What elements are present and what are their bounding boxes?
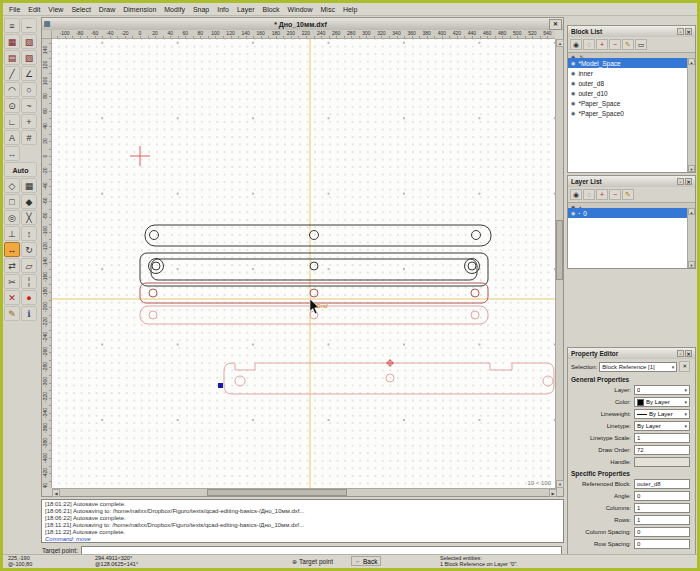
hide-all-blocks-button[interactable]: ◌: [583, 39, 595, 50]
list-item-outer-d8[interactable]: ◉outer_d8: [568, 78, 687, 88]
remove-block-button[interactable]: −: [609, 39, 621, 50]
list-item-inner[interactable]: ◉inner: [568, 68, 687, 78]
show-all-layers-button[interactable]: ◉: [570, 189, 582, 200]
back-button[interactable]: ← Back: [351, 556, 381, 566]
menu-view[interactable]: View: [44, 5, 67, 14]
add-layer-button[interactable]: +: [596, 189, 608, 200]
delete-tool-button[interactable]: ✕: [4, 290, 20, 305]
scroll-up-icon[interactable]: ▲: [556, 39, 564, 47]
drawing-canvas[interactable]: Grid 10 < 100: [52, 39, 555, 488]
menu-dimension[interactable]: Dimension: [119, 5, 160, 14]
back-tool-button[interactable]: ←: [21, 18, 37, 33]
property-select-color[interactable]: By Layer▾: [634, 397, 690, 407]
snap-end-button[interactable]: □: [4, 194, 20, 209]
scale-tool-button[interactable]: ▱: [21, 258, 37, 273]
property-select-lineweight[interactable]: By Layer▾: [634, 409, 690, 419]
list-item-0[interactable]: ◉▪0: [568, 208, 687, 218]
deselect-all-button[interactable]: ▧: [21, 34, 37, 49]
menu-layer[interactable]: Layer: [233, 5, 259, 14]
circle-tools-button[interactable]: ○: [21, 82, 37, 97]
dimension-tools-button[interactable]: ↔: [4, 146, 20, 161]
property-select-linetype[interactable]: By Layer▾: [634, 421, 690, 431]
scroll-down-icon[interactable]: ▼: [688, 165, 695, 172]
scroll-down-icon[interactable]: ▼: [556, 480, 564, 488]
edit-block-button[interactable]: ▭: [635, 39, 647, 50]
scroll-right-icon[interactable]: ▶: [549, 489, 557, 497]
menu-select[interactable]: Select: [67, 5, 94, 14]
trim-tool-button[interactable]: ✂: [4, 274, 20, 289]
part-top-bar[interactable]: [145, 225, 491, 246]
vertical-scroll-thumb[interactable]: [556, 220, 563, 280]
part-moving-preview[interactable]: [224, 363, 554, 394]
property-input-draw-order[interactable]: 72: [634, 445, 690, 455]
list-item-outer-d10[interactable]: ◉outer_d10: [568, 88, 687, 98]
selection-dropdown[interactable]: Block Reference [1] ▾: [599, 362, 677, 372]
hatch-tools-button[interactable]: #: [21, 130, 37, 145]
visibility-icon[interactable]: ◉: [571, 70, 575, 76]
snap-center-button[interactable]: ◎: [4, 210, 20, 225]
lock-icon[interactable]: ▪: [578, 210, 580, 216]
visibility-icon[interactable]: ◉: [571, 210, 575, 216]
vertical-scrollbar[interactable]: ▲ ▼: [555, 39, 563, 488]
select-tools-button[interactable]: ▦: [4, 34, 20, 49]
move-copy-tool-button[interactable]: ↔: [4, 242, 20, 257]
list-item-paper-space[interactable]: ◉*Paper_Space: [568, 98, 687, 108]
property-input-angle[interactable]: 0: [634, 491, 690, 501]
clear-selection-button[interactable]: ✕: [679, 361, 690, 372]
select-entity-button[interactable]: ▤: [4, 50, 20, 65]
point-tools-button[interactable]: +: [21, 114, 37, 129]
close-panel-icon[interactable]: ✕: [685, 350, 692, 357]
scroll-up-icon[interactable]: ▲: [688, 208, 695, 215]
menu-edit[interactable]: Edit: [24, 5, 44, 14]
horizontal-scrollbar[interactable]: ◀ ▶: [52, 488, 557, 496]
scroll-down-icon[interactable]: ▼: [688, 261, 695, 268]
add-block-button[interactable]: +: [596, 39, 608, 50]
property-input-rows[interactable]: 1: [634, 515, 690, 525]
auto-snap-button[interactable]: Auto: [4, 162, 37, 177]
list-item-paper-space0[interactable]: ◉*Paper_Space0: [568, 108, 687, 118]
line-tools-button[interactable]: ╱: [4, 66, 20, 81]
menu-block[interactable]: Block: [258, 5, 283, 14]
snap-middle-button[interactable]: ◆: [21, 194, 37, 209]
snap-intersection-button[interactable]: ╳: [21, 210, 37, 225]
property-select-layer[interactable]: 0▾: [634, 385, 690, 395]
polyline-tools-button[interactable]: ∟: [4, 114, 20, 129]
rotate-tool-button[interactable]: ↻: [21, 242, 37, 257]
visibility-icon[interactable]: ◉: [571, 100, 575, 106]
property-input-linetype-scale[interactable]: 1: [634, 433, 690, 443]
info-tool-button[interactable]: ℹ: [21, 306, 37, 321]
scroll-track[interactable]: [688, 215, 695, 261]
arc-tools-button[interactable]: ◠: [4, 82, 20, 97]
visibility-icon[interactable]: ◉: [571, 110, 575, 116]
close-panel-icon[interactable]: ✕: [685, 178, 692, 185]
menu-snap[interactable]: Snap: [189, 5, 213, 14]
horizontal-scroll-track[interactable]: [60, 489, 549, 496]
block-list-scrollbar[interactable]: ▲ ▼: [687, 58, 695, 172]
selection-grip[interactable]: [218, 383, 223, 388]
float-panel-icon[interactable]: ▫: [677, 28, 684, 35]
snap-perpendicular-button[interactable]: ⊥: [4, 226, 20, 241]
list-item-model-space[interactable]: ◉*Model_Space: [568, 58, 687, 68]
menu-modify[interactable]: Modify: [160, 5, 189, 14]
property-tool-button[interactable]: ✎: [4, 306, 20, 321]
property-input-referenced-block[interactable]: outer_d8: [634, 479, 690, 489]
show-all-blocks-button[interactable]: ◉: [570, 39, 582, 50]
menu-info[interactable]: Info: [213, 5, 233, 14]
divide-tool-button[interactable]: ╎: [21, 274, 37, 289]
restrict-vertical-button[interactable]: ↕: [21, 226, 37, 241]
menu-window[interactable]: Window: [284, 5, 317, 14]
visibility-icon[interactable]: ◉: [571, 80, 575, 86]
float-panel-icon[interactable]: ▫: [677, 350, 684, 357]
close-panel-icon[interactable]: ✕: [685, 28, 692, 35]
menu-draw[interactable]: Draw: [95, 5, 119, 14]
ellipse-tools-button[interactable]: ⊙: [4, 98, 20, 113]
vertical-scroll-track[interactable]: [556, 47, 563, 480]
select-contour-button[interactable]: ▨: [21, 50, 37, 65]
property-input-row-spacing[interactable]: 0: [634, 539, 690, 549]
scroll-track[interactable]: [688, 65, 695, 165]
layer-list-scrollbar[interactable]: ▲ ▼: [687, 208, 695, 268]
menu-file[interactable]: File: [5, 5, 24, 14]
float-panel-icon[interactable]: ▫: [677, 178, 684, 185]
part-bracket[interactable]: [140, 253, 488, 286]
scroll-up-icon[interactable]: ▲: [688, 58, 695, 65]
